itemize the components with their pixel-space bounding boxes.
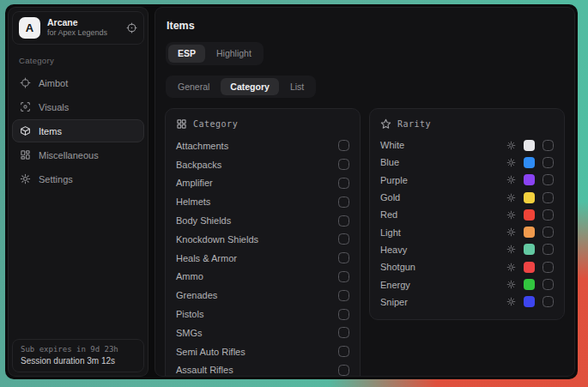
scan-eye-icon [20, 101, 31, 112]
category-checkbox[interactable] [338, 271, 349, 282]
rarity-row-red: Red [380, 206, 554, 223]
category-checkbox[interactable] [338, 365, 349, 376]
category-row-amplifier: Amplifier [176, 174, 349, 193]
page-title: Items [167, 20, 565, 32]
rarity-color-swatch[interactable] [524, 262, 535, 273]
category-panel-title: Category [193, 119, 238, 129]
rarity-color-swatch[interactable] [524, 192, 535, 203]
sidebar: A Arcane for Apex Legends Category Aimbo… [8, 7, 149, 377]
sidebar-section-label: Category [19, 56, 137, 65]
rarity-checkbox[interactable] [543, 140, 554, 151]
sidebar-item-settings[interactable]: Settings [12, 167, 144, 190]
rarity-color-swatch[interactable] [524, 227, 535, 238]
rarity-color-swatch[interactable] [524, 174, 535, 185]
category-checkbox[interactable] [338, 140, 349, 151]
rarity-color-swatch[interactable] [524, 296, 535, 307]
rarity-checkbox[interactable] [543, 296, 554, 307]
app-name: Arcane [47, 17, 107, 28]
rarity-row-heavy: Heavy [380, 241, 554, 258]
rarity-row-shotgun: Shotgun [380, 258, 554, 275]
rarity-settings-gear-icon[interactable] [506, 280, 516, 289]
sidebar-item-items[interactable]: Items [12, 119, 144, 142]
rarity-color-swatch[interactable] [524, 157, 535, 168]
rarity-checkbox[interactable] [543, 262, 554, 273]
layout-grid-icon [176, 118, 187, 130]
rarity-panel: Rarity White Blue [369, 108, 565, 320]
session-info-box: Sub expires in 9d 23h Session duration 3… [12, 339, 144, 372]
layout-icon [20, 149, 31, 160]
package-icon [20, 125, 31, 136]
rarity-row-gold: Gold [380, 189, 554, 206]
rarity-color-swatch[interactable] [524, 244, 535, 255]
sidebar-nav: Aimbot Visuals Items Miscellaneous Setti… [11, 71, 145, 191]
rarity-checkbox[interactable] [543, 174, 554, 185]
tab-general[interactable]: General [168, 78, 219, 96]
rarity-settings-gear-icon[interactable] [506, 210, 516, 220]
sidebar-item-miscellaneous[interactable]: Miscellaneous [12, 143, 144, 166]
category-checkbox[interactable] [338, 309, 349, 320]
rarity-settings-gear-icon[interactable] [506, 227, 516, 237]
mode-highlight[interactable]: Highlight [207, 45, 261, 63]
sidebar-item-visuals[interactable]: Visuals [12, 95, 144, 118]
rarity-checkbox[interactable] [543, 209, 554, 221]
rarity-checkbox[interactable] [543, 157, 554, 168]
rarity-settings-gear-icon[interactable] [506, 297, 516, 306]
sub-expires-text: Sub expires in 9d 23h [21, 345, 136, 354]
session-duration-text: Session duration 3m 12s [21, 356, 136, 366]
rarity-list: White Blue Purple [380, 136, 554, 311]
tab-category[interactable]: Category [221, 78, 279, 96]
category-checkbox[interactable] [338, 327, 349, 338]
sidebar-item-aimbot[interactable]: Aimbot [12, 71, 144, 94]
category-row-grenades: Grenades [176, 286, 349, 305]
app-subtitle: for Apex Legends [47, 28, 107, 38]
rarity-row-light: Light [380, 223, 554, 240]
category-row-ammo: Ammo [176, 268, 349, 287]
rarity-color-swatch[interactable] [524, 140, 535, 151]
category-row-assault-rifles: Assault Rifles [176, 361, 349, 377]
category-checkbox[interactable] [338, 252, 349, 263]
category-panel: Category Attachments Backpacks Amplifier… [165, 108, 361, 377]
rarity-settings-gear-icon[interactable] [506, 245, 516, 254]
crosshair-icon[interactable] [126, 22, 137, 33]
mode-toggle: ESPHighlight [166, 42, 264, 65]
category-checkbox[interactable] [338, 215, 349, 227]
app-logo: A [19, 17, 40, 39]
category-row-body-shields: Body Shields [176, 211, 349, 230]
rarity-settings-gear-icon[interactable] [506, 158, 516, 167]
tab-list[interactable]: List [281, 78, 313, 96]
category-checkbox[interactable] [338, 159, 349, 170]
category-row-helmets: Helmets [176, 192, 349, 211]
rarity-checkbox[interactable] [543, 227, 554, 238]
rarity-checkbox[interactable] [543, 279, 554, 290]
rarity-settings-gear-icon[interactable] [506, 175, 516, 184]
category-panel-header: Category [176, 118, 349, 130]
category-checkbox[interactable] [338, 197, 349, 208]
app-window: A Arcane for Apex Legends Category Aimbo… [5, 4, 578, 379]
category-row-knockdown-shields: Knockdown Shields [176, 230, 349, 249]
star-icon [380, 118, 391, 130]
app-title-block: Arcane for Apex Legends [47, 17, 107, 38]
category-checkbox[interactable] [338, 290, 349, 301]
category-row-pistols: Pistols [176, 305, 349, 324]
rarity-settings-gear-icon[interactable] [506, 263, 516, 272]
rarity-row-blue: Blue [380, 154, 554, 171]
panels-row: Category Attachments Backpacks Amplifier… [165, 108, 565, 368]
gear-icon [20, 173, 31, 184]
category-checkbox[interactable] [338, 178, 349, 189]
rarity-settings-gear-icon[interactable] [506, 141, 516, 150]
rarity-panel-header: Rarity [380, 118, 554, 130]
category-row-attachments: Attachments [176, 136, 349, 155]
rarity-settings-gear-icon[interactable] [506, 193, 516, 203]
main-panel: Items ESPHighlight GeneralCategoryList C… [155, 7, 575, 377]
category-row-semi-auto-rifles: Semi Auto Rifles [176, 342, 349, 361]
rarity-row-sniper: Sniper [380, 293, 554, 311]
category-list: Attachments Backpacks Amplifier Helmets … [176, 136, 349, 377]
rarity-color-swatch[interactable] [524, 279, 535, 290]
rarity-checkbox[interactable] [543, 192, 554, 203]
mode-esp[interactable]: ESP [168, 45, 205, 63]
rarity-color-swatch[interactable] [524, 209, 535, 221]
rarity-checkbox[interactable] [543, 244, 554, 255]
category-checkbox[interactable] [338, 346, 349, 357]
rarity-row-purple: Purple [380, 172, 554, 189]
category-checkbox[interactable] [338, 233, 349, 245]
